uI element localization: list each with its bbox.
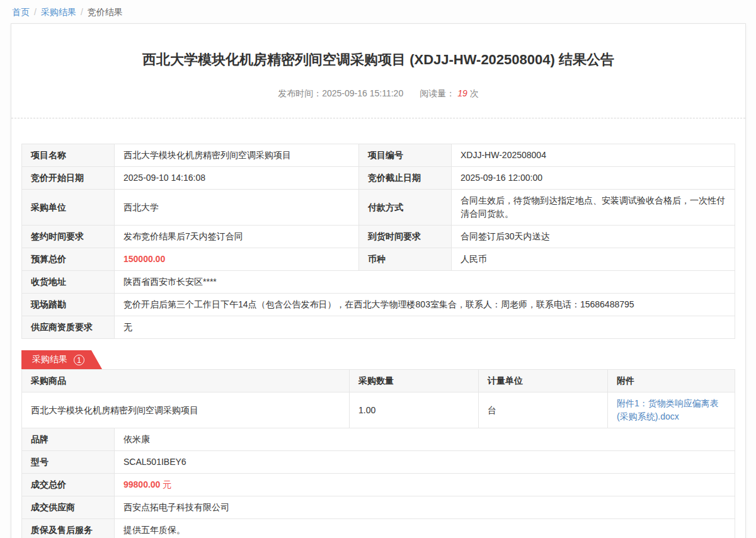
table-row: 型号 SCAL501IBEY6 [22, 451, 735, 474]
detail-label: 成交总价 [22, 474, 115, 496]
table-row: 项目名称 西北大学模块化机房精密列间空调采购项目 项目编号 XDJJ-HW-20… [22, 144, 735, 167]
publish-time-label: 发布时间： [278, 88, 322, 98]
deal-total-price: 99800.00 [123, 479, 160, 489]
product-attachment-cell: 附件1：货物类响应偏离表(采购系统).docx [608, 392, 735, 428]
detail-label: 质保及售后服务 [22, 519, 115, 538]
info-value: XDJJ-HW-202508004 [452, 144, 735, 167]
info-label: 供应商资质要求 [22, 316, 115, 339]
info-label: 项目编号 [359, 144, 452, 167]
breadcrumb-home-link[interactable]: 首页 [12, 7, 30, 17]
announcement-content: 项目名称 西北大学模块化机房精密列间空调采购项目 项目编号 XDJJ-HW-20… [11, 118, 745, 538]
info-label: 竞价开始日期 [22, 167, 115, 190]
project-info-table: 项目名称 西北大学模块化机房精密列间空调采购项目 项目编号 XDJJ-HW-20… [21, 144, 735, 339]
page-title: 西北大学模块化机房精密列间空调采购项目 (XDJJ-HW-202508004) … [49, 24, 707, 69]
info-label: 币种 [359, 248, 452, 271]
table-row: 成交供应商 西安点拓电子科技有限公司 [22, 496, 735, 519]
product-name: 西北大学模块化机房精密列间空调采购项目 [22, 392, 350, 428]
info-value: 竞价开启后第三个工作日下午14点（包含公告发布日），在西北大学物理楼803室集合… [115, 294, 735, 316]
detail-value: 依米康 [115, 428, 735, 451]
info-value: 无 [115, 316, 735, 339]
table-row: 采购单位 西北大学 付款方式 合同生效后，待货物到达指定地点、安装调试验收合格后… [22, 190, 735, 226]
result-header: 采购数量 [350, 370, 479, 392]
result-header: 采购商品 [22, 370, 350, 392]
article-meta: 发布时间：2025-09-16 15:11:20阅读量：19次 [11, 88, 745, 100]
detail-value: 西安点拓电子科技有限公司 [115, 496, 735, 519]
info-label: 付款方式 [359, 190, 452, 226]
result-tab-count-badge: 1 [74, 355, 84, 365]
budget-total-price: 150000.00 [123, 254, 165, 264]
product-quantity: 1.00 [350, 392, 479, 428]
result-section-tab: 采购结果 1 [21, 350, 735, 369]
breadcrumb-current: 竞价结果 [88, 7, 123, 17]
info-label: 到货时间要求 [359, 226, 452, 248]
table-row: 供应商资质要求 无 [22, 316, 735, 339]
detail-label: 成交供应商 [22, 496, 115, 519]
result-tab-label: 采购结果 [32, 354, 67, 365]
detail-value: 提供五年质保。 [115, 519, 735, 538]
info-value: 2025-09-16 12:00:00 [452, 167, 735, 190]
info-label: 竞价截止日期 [359, 167, 452, 190]
info-label: 项目名称 [22, 144, 115, 167]
info-value: 西北大学模块化机房精密列间空调采购项目 [115, 144, 359, 167]
table-row: 现场踏勘 竞价开启后第三个工作日下午14点（包含公告发布日），在西北大学物理楼8… [22, 294, 735, 316]
info-label: 预算总价 [22, 248, 115, 271]
table-row: 收货地址 陕西省西安市长安区**** [22, 271, 735, 294]
deal-total-value: 99800.00 元 [115, 474, 735, 496]
info-value: 陕西省西安市长安区**** [115, 271, 735, 294]
breadcrumb: 首页/采购结果/竞价结果 [0, 0, 756, 23]
info-label: 签约时间要求 [22, 226, 115, 248]
info-label: 采购单位 [22, 190, 115, 226]
publish-time-value: 2025-09-16 15:11:20 [322, 88, 403, 98]
result-tab-shape: 采购结果 1 [21, 350, 102, 369]
announcement-card: 西北大学模块化机房精密列间空调采购项目 (XDJJ-HW-202508004) … [11, 23, 746, 538]
result-detail-table: 品牌 依米康 型号 SCAL501IBEY6 成交总价 99800.00 元 成… [21, 428, 735, 538]
info-value: 2025-09-10 14:16:08 [115, 167, 359, 190]
attachment-link[interactable]: 附件1：货物类响应偏离表(采购系统).docx [617, 398, 719, 421]
result-header: 附件 [608, 370, 735, 392]
product-row: 西北大学模块化机房精密列间空调采购项目 1.00 台 附件1：货物类响应偏离表(… [22, 392, 735, 428]
breadcrumb-separator: / [34, 7, 37, 17]
table-row: 质保及售后服务 提供五年质保。 [22, 519, 735, 538]
table-row: 预算总价 150000.00 币种 人民币 [22, 248, 735, 271]
info-value: 西北大学 [115, 190, 359, 226]
views-count: 19 [457, 88, 467, 98]
table-row: 竞价开始日期 2025-09-10 14:16:08 竞价截止日期 2025-0… [22, 167, 735, 190]
result-header: 计量单位 [479, 370, 608, 392]
budget-total-value: 150000.00 [115, 248, 359, 271]
breadcrumb-separator: / [81, 7, 83, 17]
detail-value: SCAL501IBEY6 [115, 451, 735, 474]
info-label: 现场踏勘 [22, 294, 115, 316]
table-header-row: 采购商品 采购数量 计量单位 附件 [22, 370, 735, 392]
detail-label: 品牌 [22, 428, 115, 451]
info-value: 合同生效后，待货物到达指定地点、安装调试验收合格后，一次性付清合同货款。 [452, 190, 735, 226]
table-row: 成交总价 99800.00 元 [22, 474, 735, 496]
product-unit: 台 [479, 392, 608, 428]
deal-total-currency-suffix: 元 [160, 479, 171, 489]
table-row: 签约时间要求 发布竞价结果后7天内签订合同 到货时间要求 合同签订后30天内送达 [22, 226, 735, 248]
views-unit: 次 [470, 88, 479, 98]
views-label: 阅读量： [420, 88, 455, 98]
info-value: 合同签订后30天内送达 [452, 226, 735, 248]
breadcrumb-purchase-results-link[interactable]: 采购结果 [41, 7, 76, 17]
info-value: 人民币 [452, 248, 735, 271]
info-label: 收货地址 [22, 271, 115, 294]
info-value: 发布竞价结果后7天内签订合同 [115, 226, 359, 248]
result-product-table: 采购商品 采购数量 计量单位 附件 西北大学模块化机房精密列间空调采购项目 1.… [21, 369, 735, 428]
table-row: 品牌 依米康 [22, 428, 735, 451]
detail-label: 型号 [22, 451, 115, 474]
